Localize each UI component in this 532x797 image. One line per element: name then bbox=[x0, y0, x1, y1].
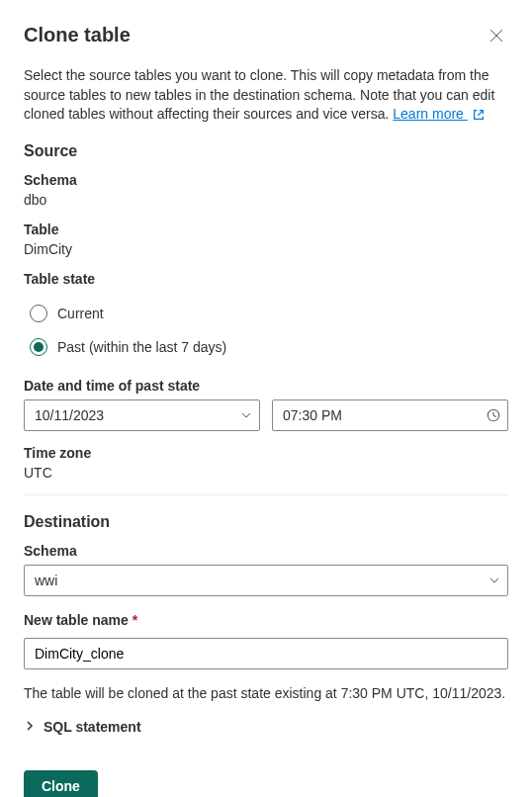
clone-button[interactable]: Clone bbox=[24, 770, 98, 797]
radio-current-label: Current bbox=[57, 306, 104, 321]
timezone-label: Time zone bbox=[24, 445, 508, 461]
dest-schema-select-wrap bbox=[24, 565, 508, 596]
sql-statement-toggle[interactable]: SQL statement bbox=[24, 719, 508, 735]
dialog-header: Clone table bbox=[24, 24, 508, 50]
new-table-name-label: New table name * bbox=[24, 612, 508, 628]
external-link-icon bbox=[472, 108, 486, 122]
date-input[interactable] bbox=[24, 399, 260, 431]
close-icon bbox=[488, 28, 504, 46]
clone-summary: The table will be cloned at the past sta… bbox=[24, 685, 508, 701]
dialog-title: Clone table bbox=[24, 24, 131, 46]
destination-heading: Destination bbox=[24, 513, 508, 531]
source-heading: Source bbox=[24, 142, 508, 160]
dialog-description: Select the source tables you want to clo… bbox=[24, 66, 508, 125]
source-schema-value: dbo bbox=[24, 192, 508, 208]
timezone-value: UTC bbox=[24, 465, 508, 481]
radio-checked-icon bbox=[30, 338, 47, 356]
radio-unchecked-icon bbox=[30, 305, 47, 322]
required-asterisk: * bbox=[133, 612, 137, 628]
radio-current[interactable]: Current bbox=[24, 297, 508, 330]
source-table-value: DimCity bbox=[24, 241, 508, 257]
section-divider bbox=[24, 494, 508, 495]
radio-dot-icon bbox=[34, 342, 44, 352]
close-button[interactable] bbox=[485, 24, 508, 50]
chevron-right-icon bbox=[24, 719, 36, 735]
date-input-wrap bbox=[24, 399, 260, 431]
radio-past[interactable]: Past (within the last 7 days) bbox=[24, 330, 508, 364]
datetime-row bbox=[24, 399, 508, 431]
table-state-label: Table state bbox=[24, 271, 508, 287]
dest-schema-select[interactable] bbox=[24, 565, 508, 596]
learn-more-link[interactable]: Learn more bbox=[393, 106, 467, 122]
new-table-name-input[interactable] bbox=[24, 638, 508, 669]
dest-schema-label: Schema bbox=[24, 543, 508, 559]
source-schema-label: Schema bbox=[24, 172, 508, 188]
source-table-label: Table bbox=[24, 221, 508, 237]
datetime-label: Date and time of past state bbox=[24, 378, 508, 394]
time-input-wrap bbox=[272, 399, 508, 431]
radio-past-label: Past (within the last 7 days) bbox=[57, 339, 226, 355]
table-state-radio-group: Current Past (within the last 7 days) bbox=[24, 297, 508, 364]
new-table-name-label-text: New table name bbox=[24, 612, 129, 628]
time-input[interactable] bbox=[272, 399, 508, 431]
sql-statement-label: SQL statement bbox=[44, 719, 141, 735]
